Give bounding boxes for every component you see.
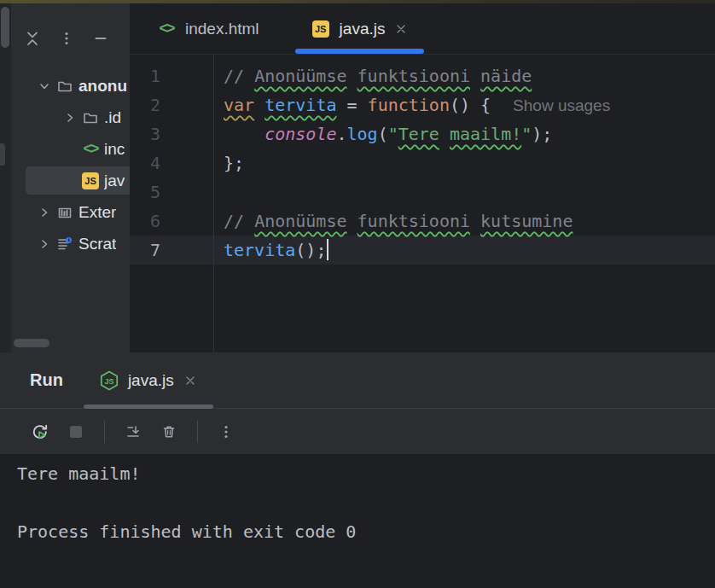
run-header: Run JS java.js bbox=[0, 352, 715, 409]
code-token: function bbox=[368, 95, 450, 115]
svg-text:JS: JS bbox=[104, 376, 113, 385]
code-token: (); bbox=[295, 240, 326, 260]
code-token: tervita bbox=[264, 95, 336, 115]
run-tab-java-js[interactable]: JS java.js bbox=[85, 352, 212, 408]
html-file-icon: <> bbox=[80, 139, 101, 160]
code-token: Anonüümse bbox=[254, 211, 346, 231]
line-number[interactable]: 6 bbox=[130, 207, 160, 236]
ide-window: anonu.id<>incJSjavExterScrat <> index.ht… bbox=[0, 0, 715, 588]
stripe-marker bbox=[0, 143, 5, 166]
code-token: . bbox=[336, 124, 346, 144]
tab-label: index.html bbox=[185, 20, 259, 38]
code-token: tervita bbox=[224, 240, 295, 260]
inlay-hint-show-usages[interactable]: Show usages bbox=[513, 96, 610, 114]
code-token: " bbox=[388, 124, 398, 144]
rerun-icon[interactable] bbox=[31, 422, 49, 441]
code-token: funktsiooni bbox=[358, 211, 470, 231]
chevron-right-icon[interactable] bbox=[34, 202, 55, 223]
stop-icon[interactable] bbox=[67, 422, 85, 441]
code-token: () { bbox=[450, 95, 491, 115]
tree-item-anonu[interactable]: anonu bbox=[11, 70, 130, 102]
active-tab-indicator bbox=[295, 49, 425, 54]
console-line: Process finished with exit code 0 bbox=[17, 517, 698, 546]
js-file-icon: JS bbox=[311, 19, 331, 39]
run-tool-window: Run JS java.js Tere maailm! Process fini… bbox=[0, 352, 715, 588]
folder-icon bbox=[80, 108, 101, 128]
code-token bbox=[439, 124, 450, 144]
line-number[interactable]: 7 bbox=[130, 236, 160, 265]
tree-item-exter[interactable]: Exter bbox=[11, 196, 130, 228]
code-token: console bbox=[264, 124, 336, 144]
toolbar-separator bbox=[197, 421, 198, 443]
code-token: // bbox=[224, 211, 254, 231]
code-token: " bbox=[521, 124, 532, 144]
console-line: Tere maailm! bbox=[17, 459, 698, 488]
code-token: ( bbox=[378, 124, 388, 144]
tree-item-label: anonu bbox=[78, 77, 127, 96]
code-line-5 bbox=[224, 178, 715, 207]
chevron-down-icon[interactable] bbox=[34, 76, 55, 96]
folder-icon bbox=[55, 76, 75, 96]
tree-item-label: .id bbox=[104, 108, 121, 127]
code-area[interactable]: // Anonüümse funktsiooni näidevar tervit… bbox=[224, 61, 715, 265]
clear-all-icon[interactable] bbox=[160, 422, 178, 441]
code-token: = bbox=[336, 95, 367, 115]
code-token: näide bbox=[480, 66, 532, 86]
code-token: }; bbox=[224, 153, 244, 173]
code-token: var bbox=[224, 95, 254, 115]
console-output[interactable]: Tere maailm! Process finished with exit … bbox=[0, 454, 715, 588]
console-line bbox=[17, 488, 698, 517]
horizontal-scrollbar-thumb[interactable] bbox=[14, 339, 49, 347]
code-token bbox=[347, 66, 358, 86]
code-line-6: // Anonüümse funktsiooni kutsumine bbox=[224, 207, 715, 236]
tree-item-label: Scrat bbox=[78, 235, 116, 253]
tree-item-jav[interactable]: JSjav bbox=[11, 165, 130, 196]
more-options-icon[interactable] bbox=[217, 422, 235, 441]
project-tree: anonu.id<>incJSjavExterScrat bbox=[11, 70, 130, 259]
code-token: Anonüümse bbox=[254, 66, 346, 86]
editor-tab-bar: <> index.html JS java.js bbox=[130, 3, 715, 55]
tree-item--id[interactable]: .id bbox=[11, 102, 130, 133]
chevron-right-icon[interactable] bbox=[34, 234, 55, 254]
chevron-spacer bbox=[60, 171, 80, 191]
line-number[interactable]: 2 bbox=[130, 90, 160, 119]
code-token bbox=[470, 66, 480, 86]
text-caret bbox=[327, 239, 328, 260]
close-icon[interactable] bbox=[183, 373, 198, 388]
tab-index-html[interactable]: <> index.html bbox=[141, 3, 275, 54]
tab-java-js[interactable]: JS java.js bbox=[295, 3, 425, 54]
editor-area[interactable]: <> index.html JS java.js 1234567 // Anon… bbox=[130, 3, 715, 352]
run-tab-label: java.js bbox=[128, 371, 174, 390]
run-tab-indicator bbox=[84, 405, 213, 409]
code-token bbox=[347, 211, 358, 231]
code-token bbox=[254, 95, 264, 115]
tab-label: java.js bbox=[340, 20, 386, 38]
chevron-right-icon[interactable] bbox=[60, 108, 80, 128]
code-line-1: // Anonüümse funktsiooni näide bbox=[224, 61, 715, 90]
toolbar-separator bbox=[104, 421, 105, 443]
code-line-3: console.log("Tere maailm!"); bbox=[224, 119, 715, 148]
tree-item-inc[interactable]: <>inc bbox=[11, 133, 130, 165]
scroll-to-end-icon[interactable] bbox=[124, 422, 142, 441]
code-line-4: }; bbox=[224, 148, 715, 178]
tree-item-scrat[interactable]: Scrat bbox=[11, 228, 130, 259]
js-file-icon: JS bbox=[80, 171, 101, 191]
code-token: kutsumine bbox=[480, 211, 573, 231]
line-number[interactable]: 4 bbox=[130, 148, 160, 178]
code-token: // bbox=[224, 66, 254, 86]
html-file-icon: <> bbox=[156, 19, 177, 39]
stripe-scrollbar-thumb[interactable] bbox=[1, 7, 9, 48]
hide-panel-icon[interactable] bbox=[91, 29, 110, 48]
line-number[interactable]: 5 bbox=[130, 178, 160, 207]
close-icon[interactable] bbox=[393, 21, 409, 37]
more-options-icon[interactable] bbox=[57, 29, 76, 48]
code-line-7: tervita(); bbox=[224, 236, 715, 265]
code-token: funktsiooni bbox=[358, 66, 470, 86]
collapse-all-icon[interactable] bbox=[23, 29, 42, 48]
line-number-gutter[interactable]: 1234567 bbox=[130, 61, 181, 265]
tree-item-label: Exter bbox=[78, 203, 116, 222]
tool-window-stripe bbox=[0, 3, 11, 352]
project-panel: anonu.id<>incJSjavExterScrat bbox=[11, 3, 130, 352]
line-number[interactable]: 3 bbox=[130, 119, 160, 148]
line-number[interactable]: 1 bbox=[130, 61, 160, 90]
